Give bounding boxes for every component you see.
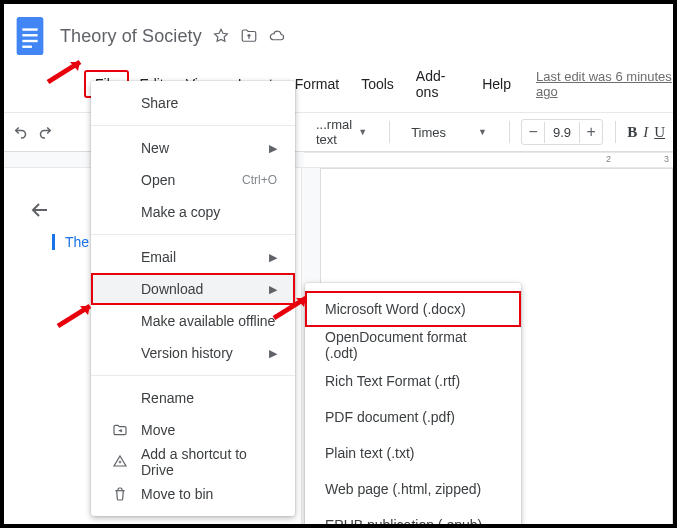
- trash-icon: [111, 485, 129, 503]
- ruler-tick: 2: [606, 154, 611, 164]
- menu-label: Version history: [141, 345, 257, 361]
- chevron-right-icon: ▶: [269, 142, 277, 155]
- file-rename[interactable]: Rename: [91, 382, 295, 414]
- underline-button[interactable]: U: [654, 124, 665, 141]
- download-pdf[interactable]: PDF document (.pdf): [305, 399, 521, 435]
- menu-label: Move: [141, 422, 277, 438]
- paragraph-style-select[interactable]: ...rmal text ▼: [310, 114, 373, 150]
- download-odt[interactable]: OpenDocument format (.odt): [305, 327, 521, 363]
- chevron-down-icon: ▼: [478, 127, 487, 137]
- chevron-right-icon: ▶: [269, 347, 277, 360]
- download-html[interactable]: Web page (.html, zipped): [305, 471, 521, 507]
- file-move-to-bin[interactable]: Move to bin: [91, 478, 295, 510]
- file-menu: Share New ▶ Open Ctrl+O Make a copy Emai…: [91, 81, 295, 516]
- menu-label: Download: [141, 281, 257, 297]
- file-share[interactable]: Share: [91, 87, 295, 119]
- svg-rect-1: [22, 28, 37, 30]
- divider: [91, 125, 295, 126]
- undo-icon[interactable]: [12, 120, 30, 144]
- bold-button[interactable]: B: [627, 124, 637, 141]
- svg-rect-2: [22, 34, 37, 36]
- svg-rect-3: [22, 40, 37, 42]
- redo-icon[interactable]: [36, 120, 54, 144]
- ruler-tick: 3: [664, 154, 669, 164]
- divider: [91, 234, 295, 235]
- font-size-decrease[interactable]: −: [522, 120, 544, 144]
- menu-label: New: [141, 140, 257, 156]
- font-size-stepper: − 9.9 +: [521, 119, 603, 145]
- move-folder-icon[interactable]: [240, 27, 258, 45]
- file-move[interactable]: Move: [91, 414, 295, 446]
- paragraph-style-value: ...rmal text: [316, 117, 352, 147]
- keyboard-shortcut: Ctrl+O: [242, 173, 277, 187]
- svg-rect-4: [22, 46, 32, 48]
- cloud-status-icon[interactable]: [268, 27, 286, 45]
- last-edit-link[interactable]: Last edit was 6 minutes ago: [536, 69, 673, 99]
- file-make-copy[interactable]: Make a copy: [91, 196, 295, 228]
- drive-shortcut-icon: [111, 453, 129, 471]
- menu-label: Make a copy: [141, 204, 277, 220]
- menu-addons[interactable]: Add-ons: [405, 62, 471, 106]
- download-docx[interactable]: Microsoft Word (.docx): [305, 291, 521, 327]
- menu-label: Email: [141, 249, 257, 265]
- download-txt[interactable]: Plain text (.txt): [305, 435, 521, 471]
- file-offline[interactable]: Make available offline: [91, 305, 295, 337]
- chevron-right-icon: ▶: [269, 251, 277, 264]
- download-epub[interactable]: EPUB publication (.epub): [305, 507, 521, 524]
- outline-heading[interactable]: The: [52, 234, 89, 250]
- menu-label: Rename: [141, 390, 277, 406]
- menu-help[interactable]: Help: [471, 70, 522, 98]
- file-version-history[interactable]: Version history ▶: [91, 337, 295, 369]
- menu-label: Share: [141, 95, 277, 111]
- font-select[interactable]: Times ▼: [405, 122, 493, 143]
- menu-label: Make available offline: [141, 313, 277, 329]
- download-submenu: Microsoft Word (.docx) OpenDocument form…: [305, 283, 521, 524]
- file-new[interactable]: New ▶: [91, 132, 295, 164]
- font-size-value[interactable]: 9.9: [544, 122, 580, 143]
- file-download[interactable]: Download ▶: [91, 273, 295, 305]
- menu-label: Open: [141, 172, 230, 188]
- annotation-arrow-icon: [44, 56, 88, 86]
- docs-logo[interactable]: [14, 12, 50, 60]
- file-add-shortcut[interactable]: Add a shortcut to Drive: [91, 446, 295, 478]
- star-icon[interactable]: [212, 27, 230, 45]
- folder-move-icon: [111, 421, 129, 439]
- italic-button[interactable]: I: [643, 124, 648, 141]
- divider: [91, 375, 295, 376]
- font-size-increase[interactable]: +: [580, 120, 602, 144]
- menu-tools[interactable]: Tools: [350, 70, 405, 98]
- document-title[interactable]: Theory of Society: [60, 26, 202, 47]
- annotation-arrow-icon: [270, 292, 314, 322]
- chevron-down-icon: ▼: [358, 127, 367, 137]
- outline-back-button[interactable]: [26, 196, 54, 224]
- file-open[interactable]: Open Ctrl+O: [91, 164, 295, 196]
- menu-label: Add a shortcut to Drive: [141, 446, 277, 478]
- file-email[interactable]: Email ▶: [91, 241, 295, 273]
- download-rtf[interactable]: Rich Text Format (.rtf): [305, 363, 521, 399]
- font-value: Times: [411, 125, 446, 140]
- annotation-arrow-icon: [54, 300, 98, 330]
- menu-label: Move to bin: [141, 486, 277, 502]
